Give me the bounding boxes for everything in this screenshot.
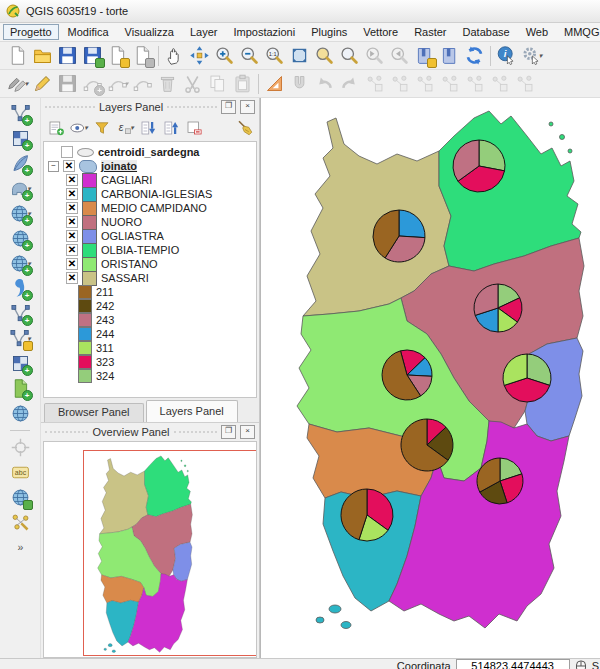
category-checkbox[interactable]: ✕ [66,216,78,228]
close-panel-button[interactable]: × [240,425,255,439]
close-panel-button[interactable]: × [240,100,255,114]
menu-progetto[interactable]: Progetto [3,24,59,40]
toolbar-extension-button[interactable] [9,536,32,559]
category-checkbox[interactable]: ✕ [66,188,78,200]
menu-vettore[interactable]: Vettore [356,24,405,40]
tab-browser-panel[interactable]: Browser Panel [44,403,144,422]
category-checkbox[interactable]: ✕ [66,258,78,270]
expression-filter-button[interactable]: ▾ [114,118,135,139]
current-edits-button[interactable]: ▾ [6,72,29,95]
dropdown-arrow-icon: ▾ [125,80,129,88]
layer-row-joinato[interactable]: −✕joinato [44,159,256,173]
add-wcs-layer-button[interactable]: + [9,352,32,375]
save-project-button[interactable] [56,44,79,67]
class-row-324[interactable]: 324 [44,369,256,383]
open-project-button[interactable] [31,44,54,67]
category-row-medio campidano[interactable]: ✕MEDIO CAMPIDANO [44,201,256,215]
composer-manager-button[interactable] [131,44,154,67]
offline-editing-button[interactable] [9,486,32,509]
coordinate-input[interactable] [456,659,570,669]
map-canvas[interactable] [260,98,600,658]
mouse-position-icon[interactable] [575,660,587,669]
identify-features-button[interactable] [495,44,518,67]
category-row-carbonia-iglesias[interactable]: ✕CARBONIA-IGLESIAS [44,187,256,201]
category-checkbox[interactable]: ✕ [66,174,78,186]
class-row-242[interactable]: 242 [44,299,256,313]
class-row-323[interactable]: 323 [44,355,256,369]
class-row-311[interactable]: 311 [44,341,256,355]
layer-tree: centroidi_sardegna−✕joinato✕CAGLIARI✕CAR… [43,141,257,398]
expander-icon[interactable]: − [48,161,59,172]
style-brush-button[interactable] [234,118,255,139]
menu-plugins[interactable]: Plugins [304,24,354,40]
category-row-olbia-tempio[interactable]: ✕OLBIA-TEMPIO [44,243,256,257]
toggle-editing-button[interactable] [31,72,54,95]
add-mssql-layer-button[interactable]: + [9,227,32,250]
new-print-composer-button[interactable] [106,44,129,67]
class-row-243[interactable]: 243 [44,313,256,327]
snapping-options-button[interactable] [263,72,286,95]
float-panel-button[interactable]: ❐ [221,425,236,439]
pan-to-selection-button[interactable] [188,44,211,67]
save-project-as-button[interactable] [81,44,104,67]
filter-legend-button[interactable] [91,118,112,139]
add-wfs-layer-button[interactable]: + [9,277,32,300]
menu-layer[interactable]: Layer [183,24,225,40]
add-raster-layer-button[interactable]: + [9,127,32,150]
category-row-ogliastra[interactable]: ✕OGLIASTRA [44,229,256,243]
layer-checkbox-centroidi_sardegna[interactable] [61,146,73,158]
category-checkbox[interactable]: ✕ [66,272,78,284]
new-bookmark-button[interactable] [413,44,436,67]
add-postgis-layer-button[interactable]: +▾ [9,177,32,200]
overview-map[interactable] [43,441,257,658]
tab-layers-panel[interactable]: Layers Panel [146,400,238,422]
zoom-to-layer-button[interactable] [338,44,361,67]
menu-web[interactable]: Web [519,24,555,40]
menu-impostazioni[interactable]: Impostazioni [226,24,302,40]
remove-layer-button[interactable] [183,118,204,139]
expand-all-button[interactable] [137,118,158,139]
add-delimited-text-layer-button[interactable]: + [9,152,32,175]
class-row-244[interactable]: 244 [44,327,256,341]
zoom-to-selection-button[interactable] [313,44,336,67]
zoom-native-button[interactable] [263,44,286,67]
category-row-nuoro[interactable]: ✕NUORO [44,215,256,229]
add-oracle-layer-button[interactable]: +▾ [9,252,32,275]
new-shapefile-layer-button[interactable]: + [9,302,32,325]
add-spatialite-layer-button[interactable]: +▾ [9,202,32,225]
zoom-full-button[interactable] [288,44,311,67]
menu-visualizza[interactable]: Visualizza [118,24,181,40]
add-wms-layer-button[interactable]: ▾ [9,327,32,350]
add-vector-layer-button[interactable]: + [9,102,32,125]
collapse-all-button[interactable] [160,118,181,139]
menu-mmqgis[interactable]: MMQGIS [557,24,600,40]
category-row-cagliari[interactable]: ✕CAGLIARI [44,173,256,187]
add-layer-definition-button[interactable]: + [9,377,32,400]
category-checkbox[interactable]: ✕ [66,244,78,256]
category-checkbox[interactable]: ✕ [66,202,78,214]
pan-map-button[interactable] [163,44,186,67]
topology-checker-button[interactable] [9,511,32,534]
manage-layer-visibility-button[interactable]: ▾ [68,118,89,139]
event-id-tool-button[interactable] [9,461,32,484]
class-label: 243 [96,314,114,326]
menu-database[interactable]: Database [456,24,517,40]
add-group-icon [47,119,65,137]
menu-raster[interactable]: Raster [407,24,453,40]
menu-modifica[interactable]: Modifica [61,24,116,40]
show-bookmarks-button[interactable] [438,44,461,67]
category-checkbox[interactable]: ✕ [66,230,78,242]
zoom-in-button[interactable] [213,44,236,67]
layer-row-centroidi_sardegna[interactable]: centroidi_sardegna [44,145,256,159]
zoom-out-button[interactable] [238,44,261,67]
category-row-sassari[interactable]: ✕SASSARI [44,271,256,285]
float-panel-button[interactable]: ❐ [221,100,236,114]
class-row-211[interactable]: 211 [44,285,256,299]
metasearch-button[interactable] [9,402,32,425]
category-row-oristano[interactable]: ✕ORISTANO [44,257,256,271]
select-features-button[interactable]: ▾ [520,44,543,67]
refresh-button[interactable] [463,44,486,67]
add-group-button[interactable] [45,118,66,139]
layer-checkbox-joinato[interactable]: ✕ [63,160,75,172]
new-project-button[interactable] [6,44,29,67]
